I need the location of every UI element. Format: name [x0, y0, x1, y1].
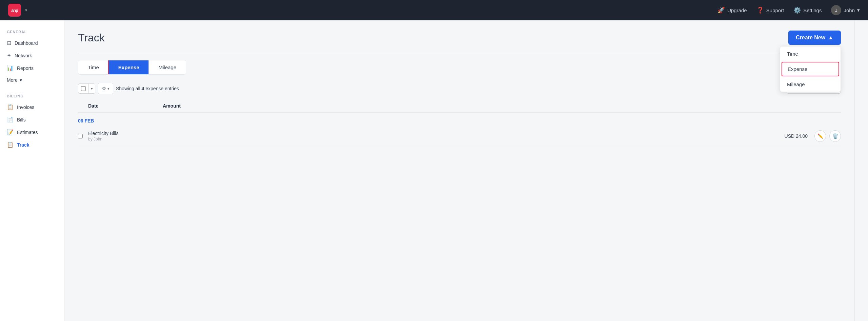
tab-group: Time Expense Mileage: [78, 60, 186, 75]
dashboard-icon: ⊟: [7, 40, 11, 46]
sidebar-item-estimates[interactable]: 📝 Estimates: [0, 126, 64, 138]
sidebar-more-toggle[interactable]: More ▾: [0, 74, 64, 86]
create-new-dropdown: Time Expense Mileage: [780, 46, 841, 92]
sidebar-item-dashboard[interactable]: ⊟ Dashboard: [0, 37, 64, 49]
create-new-container: Create New ▲ Time Expense Mileage: [788, 31, 841, 45]
bills-icon: 📄: [7, 116, 14, 123]
edit-button[interactable]: ✏️: [814, 130, 826, 142]
row-amount-cell: USD 24.00: [774, 133, 814, 139]
sidebar-more-label: More: [7, 77, 18, 83]
sidebar-section-billing: BILLING: [0, 94, 64, 101]
logo-badge[interactable]: anp: [8, 4, 21, 17]
toolbar: ▾ ⚙ ▾ Showing all 4 expense entries 🔍: [78, 83, 841, 94]
row-entry-name: Electricity Bills: [88, 131, 774, 136]
sidebar-estimates-label: Estimates: [17, 130, 38, 135]
row-by-user: by John: [88, 137, 774, 141]
table-row: Electricity Bills by John USD 24.00 ✏️ 🗑…: [78, 126, 841, 146]
toolbar-left: ▾ ⚙ ▾ Showing all 4 expense entries: [78, 83, 179, 94]
sidebar-item-track[interactable]: 📋 Track: [0, 138, 64, 151]
header-divider: [78, 53, 841, 53]
column-header-date: Date: [88, 103, 163, 109]
sidebar-item-reports[interactable]: 📊 Reports: [0, 62, 64, 74]
sidebar-item-network[interactable]: ✦ Network: [0, 49, 64, 62]
support-label: Support: [766, 7, 784, 13]
sidebar-reports-label: Reports: [17, 65, 34, 71]
select-all-checkbox[interactable]: [81, 86, 86, 91]
table-body: 06 FEB Electricity Bills by John USD 24.…: [78, 114, 841, 146]
gear-icon: ⚙️: [793, 6, 801, 14]
upgrade-label: Upgrade: [727, 7, 747, 13]
delete-button[interactable]: 🗑️: [829, 130, 841, 142]
table-header: Date Amount: [78, 100, 841, 113]
question-icon: ❓: [756, 6, 764, 14]
sidebar-track-label: Track: [17, 142, 29, 148]
tab-time[interactable]: Time: [78, 60, 109, 74]
sidebar-network-label: Network: [15, 53, 32, 58]
nav-upgrade-item[interactable]: 🚀 Upgrade: [717, 6, 747, 14]
network-icon: ✦: [7, 52, 11, 59]
create-new-label: Create New: [796, 35, 825, 41]
checkbox-dropdown-arrow[interactable]: ▾: [89, 84, 95, 93]
dropdown-item-mileage[interactable]: Mileage: [780, 77, 841, 92]
date-group-label: 06 FEB: [78, 114, 841, 126]
rocket-icon: 🚀: [717, 6, 725, 14]
sidebar-invoices-label: Invoices: [17, 105, 34, 110]
nav-logo-area: anp ▾: [8, 4, 27, 17]
dropdown-item-time[interactable]: Time: [780, 46, 841, 61]
select-all-checkbox-area[interactable]: [78, 84, 89, 93]
page-title: Track: [78, 32, 105, 44]
logo-chevron-icon[interactable]: ▾: [25, 8, 27, 13]
nav-user-item[interactable]: J John ▾: [831, 5, 860, 15]
row-checkbox[interactable]: [78, 134, 83, 138]
nav-settings-item[interactable]: ⚙️ Settings: [793, 6, 822, 14]
reports-icon: 📊: [7, 65, 14, 71]
avatar: J: [831, 5, 841, 15]
user-name: John: [844, 7, 855, 13]
page-header: Track Create New ▲ Time Expense Mileage: [78, 31, 841, 45]
nav-right-items: 🚀 Upgrade ❓ Support ⚙️ Settings J John ▾: [717, 5, 860, 15]
tab-expense[interactable]: Expense: [109, 60, 149, 74]
main-content: Track Create New ▲ Time Expense Mileage …: [64, 20, 854, 321]
sidebar-dashboard-label: Dashboard: [15, 40, 38, 46]
row-checkbox-area[interactable]: [78, 134, 88, 138]
create-new-button[interactable]: Create New ▲: [788, 31, 841, 45]
checkbox-dropdown: ▾: [78, 83, 95, 94]
dropdown-item-expense[interactable]: Expense: [782, 62, 839, 76]
sidebar-section-general: GENERAL: [0, 30, 64, 37]
row-actions: ✏️ 🗑️: [814, 130, 841, 142]
invoices-icon: 📋: [7, 104, 14, 110]
sidebar: GENERAL ⊟ Dashboard ✦ Network 📊 Reports …: [0, 20, 64, 321]
right-panel: [854, 20, 868, 321]
track-icon: 📋: [7, 141, 14, 148]
more-chevron-icon: ▾: [20, 77, 22, 83]
column-header-amount: Amount: [163, 103, 841, 109]
gear-settings-button[interactable]: ⚙ ▾: [98, 83, 113, 94]
create-new-chevron-icon: ▲: [828, 35, 833, 41]
gear-dropdown-arrow-icon: ▾: [107, 87, 110, 91]
estimates-icon: 📝: [7, 129, 14, 135]
showing-text: Showing all 4 expense entries: [116, 86, 179, 91]
nav-support-item[interactable]: ❓ Support: [756, 6, 784, 14]
sidebar-item-invoices[interactable]: 📋 Invoices: [0, 101, 64, 113]
user-chevron-icon: ▾: [857, 7, 860, 13]
layout: GENERAL ⊟ Dashboard ✦ Network 📊 Reports …: [0, 20, 868, 321]
settings-label: Settings: [803, 7, 822, 13]
top-navigation: anp ▾ 🚀 Upgrade ❓ Support ⚙️ Settings J …: [0, 0, 868, 20]
row-name-cell: Electricity Bills by John: [88, 131, 774, 141]
sidebar-item-bills[interactable]: 📄 Bills: [0, 113, 64, 126]
sidebar-bills-label: Bills: [17, 117, 26, 122]
tab-mileage[interactable]: Mileage: [149, 60, 186, 74]
settings-gear-icon: ⚙: [102, 86, 106, 92]
